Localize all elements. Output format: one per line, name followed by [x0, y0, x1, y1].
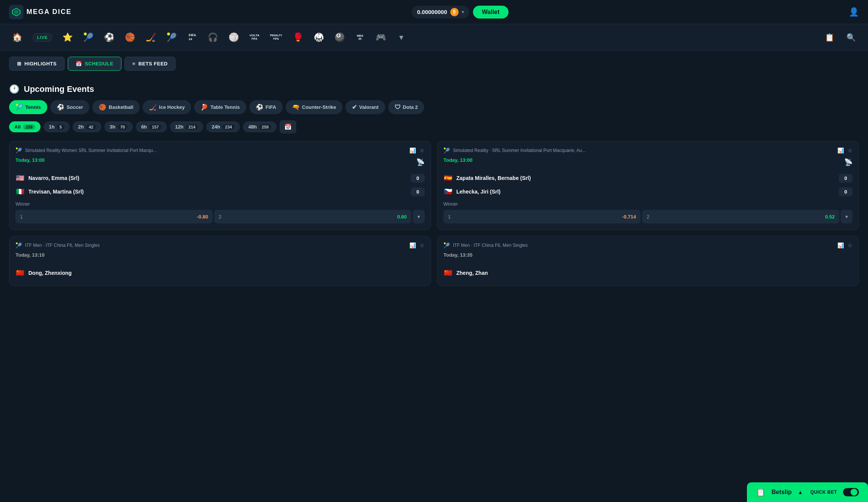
- search-nav-icon[interactable]: 🔍: [842, 30, 860, 45]
- stats-icon-2[interactable]: 📊: [837, 147, 844, 153]
- time-filter-bar: All 259 1h 5 2h 42 3h 70 6h 157 12h 214 …: [9, 120, 859, 133]
- nav-favorites[interactable]: ⭐: [58, 29, 77, 45]
- nav-nba2k[interactable]: NBA2K: [351, 31, 370, 43]
- player2-flag-2: 🇨🇿: [443, 187, 453, 196]
- volta-logo: VOLTAFIFA: [249, 34, 259, 41]
- filter-all[interactable]: All 259: [9, 121, 40, 132]
- event-1-time-row: Today, 13:00 📡: [16, 157, 425, 167]
- event-2-league-text: Simulated Reality · SRL Summer Invitatio…: [453, 148, 586, 153]
- event-card-4-header: 🎾 ITF Men · ITF China F6, Men Singles 📊 …: [443, 242, 852, 248]
- player1-name-3: Dong, Zhenxiong: [28, 270, 72, 276]
- filter-24h[interactable]: 24h 234: [206, 121, 240, 132]
- player2-name-1: Trevisan, Martina (Srl): [28, 189, 84, 195]
- filter-6h[interactable]: 6h 157: [136, 121, 167, 132]
- nav-esports[interactable]: 🎮: [371, 29, 390, 45]
- player1-name-4: Zheng, Zhan: [456, 270, 488, 276]
- sport-pill-fifa[interactable]: ⚽ FIFA: [249, 100, 283, 114]
- odds-2-left-label: 1: [448, 214, 451, 220]
- stats-icon-1[interactable]: 📊: [409, 147, 416, 153]
- odds-btn-2-right[interactable]: 2 0.52: [642, 210, 839, 223]
- betslip-nav-icon[interactable]: 📋: [820, 30, 839, 45]
- filter-48h[interactable]: 48h 259: [243, 121, 277, 132]
- nav-more[interactable]: ▾: [392, 29, 411, 45]
- highlights-label: HIGHLIGHTS: [25, 61, 57, 67]
- favorite-icon-3[interactable]: ☆: [420, 242, 425, 248]
- currency-dropdown-arrow[interactable]: ▾: [462, 9, 464, 15]
- nav-volleyball[interactable]: 🏐: [224, 29, 243, 45]
- nav-hockey[interactable]: 🏒: [141, 29, 160, 45]
- player1-flag-1: 🇺🇸: [16, 174, 25, 183]
- sport-pill-dota2[interactable]: 🛡 Dota 2: [388, 100, 425, 114]
- tab-schedule[interactable]: 📅 SCHEDULE: [68, 57, 121, 71]
- event-card-1: 🎾 Simulated Reality Women SRL Summer Inv…: [9, 141, 431, 230]
- favorite-icon-2[interactable]: ☆: [848, 147, 852, 153]
- event-1-time: Today, 13:00: [16, 157, 45, 163]
- odds-expand-2[interactable]: ▾: [841, 210, 852, 223]
- live-badge: LIVE: [33, 33, 52, 42]
- filter-12h[interactable]: 12h 214: [170, 121, 204, 132]
- nav-soccer[interactable]: ⚽: [100, 29, 119, 45]
- stats-icon-3[interactable]: 📊: [409, 242, 416, 248]
- nav-live[interactable]: LIVE: [28, 30, 56, 45]
- soccer-icon: ⚽: [104, 33, 114, 42]
- nav-fifa24[interactable]: FIFA24: [183, 31, 202, 44]
- hockey-icon: 🏒: [146, 33, 156, 42]
- sport-pill-soccer[interactable]: ⚽ Soccer: [50, 100, 89, 114]
- nav-volta[interactable]: VOLTAFIFA: [245, 31, 264, 44]
- billiards-icon: 🎱: [334, 33, 345, 42]
- sport-pill-tennis[interactable]: 🎾 Tennis: [9, 100, 47, 114]
- nav-mma[interactable]: 🥋: [309, 29, 328, 45]
- nav-headset[interactable]: 🎧: [203, 29, 222, 45]
- user-profile-icon[interactable]: 👤: [849, 7, 859, 17]
- odds-expand-1[interactable]: ▾: [413, 210, 425, 223]
- nav-home[interactable]: 🏠: [8, 29, 27, 45]
- tab-highlights[interactable]: ⊞ HIGHLIGHTS: [9, 57, 65, 71]
- sport-pill-basketball[interactable]: 🏀 Basketball: [92, 100, 140, 114]
- nav-boxing[interactable]: 🥊: [288, 29, 308, 45]
- logo-text: MEGA DICE: [26, 8, 72, 16]
- nav-billiards[interactable]: 🎱: [330, 29, 349, 45]
- odds-btn-1-left[interactable]: 1 -0.80: [16, 210, 213, 223]
- calendar-button[interactable]: 📅: [280, 120, 296, 133]
- filter-3h-count: 70: [118, 124, 128, 130]
- player1-score-2: 0: [839, 174, 852, 183]
- event-1-player1-row: 🇺🇸 Navarro, Emma (Srl) 0: [16, 171, 425, 185]
- sport-pill-icehockey[interactable]: 🏒 Ice Hockey: [143, 100, 191, 114]
- stats-icon-4[interactable]: 📊: [837, 242, 844, 248]
- tennis-pill-label: Tennis: [25, 104, 41, 110]
- favorite-icon-4[interactable]: ☆: [848, 242, 852, 248]
- filter-6h-count: 157: [149, 124, 161, 130]
- filter-12h-count: 214: [186, 124, 198, 130]
- upcoming-events-header: 🕐 Upcoming Events: [9, 77, 859, 100]
- filter-1h[interactable]: 1h 5: [44, 121, 70, 132]
- sport-pill-tabletennis[interactable]: 🏓 Table Tennis: [194, 100, 246, 114]
- odds-btn-1-right[interactable]: 2 0.60: [214, 210, 411, 223]
- sport-pill-counterstrike[interactable]: 🔫 Counter-Strike: [286, 100, 342, 114]
- event-3-league-text: ITF Men · ITF China F6, Men Singles: [25, 243, 100, 248]
- nav-basketball[interactable]: 🏀: [120, 29, 140, 45]
- nav-tennis2[interactable]: 🎾: [162, 29, 181, 45]
- event-2-winner-label: Winner: [443, 201, 852, 207]
- nav-tennis[interactable]: 🎾: [79, 29, 98, 45]
- tab-betsfeed[interactable]: ≡ BETS FEED: [124, 57, 176, 71]
- favorite-icon-1[interactable]: ☆: [420, 147, 425, 153]
- sport-pill-valorant[interactable]: ✔ Valorant: [345, 100, 385, 114]
- schedule-label: SCHEDULE: [85, 61, 114, 67]
- filter-3h[interactable]: 3h 70: [104, 121, 133, 132]
- betslip-icon: 📋: [756, 488, 765, 497]
- betslip-bar[interactable]: 📋 Betslip ▲ QUICK BET: [747, 482, 868, 502]
- filter-2h-count: 42: [86, 124, 96, 130]
- event-2-time-row: Today, 13:00 📡: [443, 157, 852, 167]
- wallet-button[interactable]: Wallet: [473, 6, 509, 19]
- event-2-player2-row: 🇨🇿 Lehecka, Jiri (Srl) 0: [443, 185, 852, 198]
- event-4-player1-row: 🇨🇳 Zheng, Zhan: [443, 266, 852, 280]
- filter-1h-count: 5: [57, 124, 64, 130]
- odds-btn-2-left[interactable]: 1 -0.714: [443, 210, 641, 223]
- nav-penalty[interactable]: PENALTYFIFA: [265, 31, 286, 43]
- quick-bet-toggle[interactable]: [843, 488, 859, 496]
- filter-2h[interactable]: 2h 42: [73, 121, 101, 132]
- event-2-odds: 1 -0.714 2 0.52 ▾: [443, 210, 852, 223]
- tabletennis-pill-label: Table Tennis: [210, 104, 240, 110]
- volleyball-icon: 🏐: [229, 33, 239, 42]
- event-3-player1-row: 🇨🇳 Dong, Zhenxiong: [16, 266, 425, 280]
